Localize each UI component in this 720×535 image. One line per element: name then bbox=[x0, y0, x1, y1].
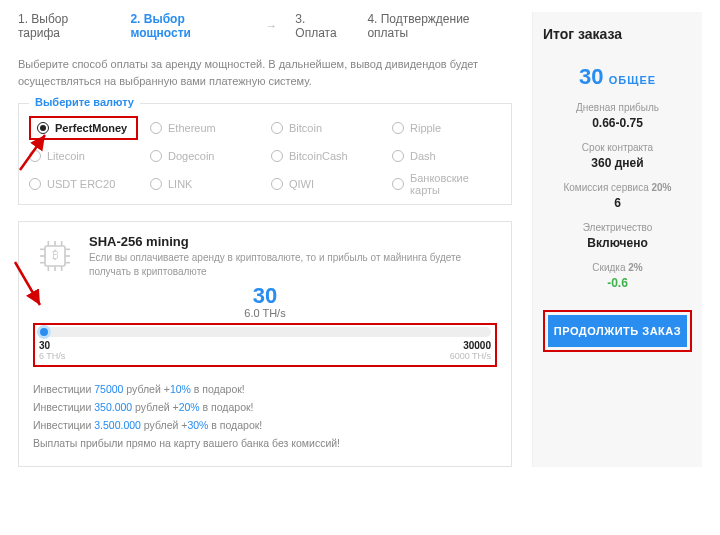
radio-icon bbox=[392, 150, 404, 162]
currency-option-dash[interactable]: Dash bbox=[392, 150, 501, 162]
radio-icon bbox=[271, 150, 283, 162]
currency-option-label: Ethereum bbox=[168, 122, 216, 134]
currency-option-label: LINK bbox=[168, 178, 192, 190]
radio-icon bbox=[392, 122, 404, 134]
currency-option-ethereum[interactable]: Ethereum bbox=[150, 116, 259, 140]
currency-option-label: Dash bbox=[410, 150, 436, 162]
currency-option-bitcoin[interactable]: Bitcoin bbox=[271, 116, 380, 140]
term-label: Срок контракта bbox=[543, 142, 692, 153]
term-value: 360 дней bbox=[543, 156, 692, 170]
slider-thumb-icon[interactable] bbox=[37, 325, 51, 339]
currency-option-label: Ripple bbox=[410, 122, 441, 134]
currency-option-label: Bitcoin bbox=[289, 122, 322, 134]
slider-min-unit: 6 TH/s bbox=[39, 351, 65, 361]
mining-unit: 6.0 TH/s bbox=[33, 307, 497, 319]
mining-title: SHA-256 mining bbox=[89, 234, 497, 249]
slider-max-value: 30000 bbox=[450, 340, 491, 351]
daily-profit-label: Дневная прибыль bbox=[543, 102, 692, 113]
svg-text:₿: ₿ bbox=[52, 248, 59, 261]
step-arrow-icon: → bbox=[265, 19, 277, 33]
power-slider[interactable]: 306 TH/s 300006000 TH/s bbox=[33, 323, 497, 367]
radio-icon bbox=[29, 150, 41, 162]
step-2[interactable]: 2. Выбор мощности bbox=[130, 12, 247, 40]
radio-icon bbox=[392, 178, 404, 190]
currency-option-bitcoincash[interactable]: BitcoinCash bbox=[271, 150, 380, 162]
currency-option-ripple[interactable]: Ripple bbox=[392, 116, 501, 140]
currency-fieldset: Выберите валюту PerfectMoney Ethereum Bi… bbox=[18, 103, 512, 205]
currency-option-qiwi[interactable]: QIWI bbox=[271, 172, 380, 196]
currency-option-label: BitcoinCash bbox=[289, 150, 348, 162]
fee-label: Комиссия сервиса 20% bbox=[543, 182, 692, 193]
electricity-value: Включено bbox=[543, 236, 692, 250]
currency-legend: Выберите валюту bbox=[29, 96, 140, 108]
mining-subtitle: Если вы оплачиваете аренду в криптовалют… bbox=[89, 251, 497, 279]
slider-min-value: 30 bbox=[39, 340, 65, 351]
currency-option-bankcard[interactable]: Банковские карты bbox=[392, 172, 501, 196]
radio-icon bbox=[37, 122, 49, 134]
radio-icon bbox=[150, 122, 162, 134]
chip-icon: ₿ bbox=[33, 234, 77, 278]
summary-total-label: ОБЩЕЕ bbox=[609, 74, 656, 86]
radio-icon bbox=[271, 122, 283, 134]
currency-option-label: Банковские карты bbox=[410, 172, 501, 196]
currency-option-litecoin[interactable]: Litecoin bbox=[29, 150, 138, 162]
order-summary: Итог заказа 30 ОБЩЕЕ Дневная прибыль 0.6… bbox=[532, 12, 702, 467]
step-1[interactable]: 1. Выбор тарифа bbox=[18, 12, 112, 40]
discount-value: -0.6 bbox=[543, 276, 692, 290]
fee-value: 6 bbox=[543, 196, 692, 210]
summary-total-value: 30 bbox=[579, 64, 603, 90]
radio-icon bbox=[150, 178, 162, 190]
currency-option-dogecoin[interactable]: Dogecoin bbox=[150, 150, 259, 162]
currency-option-label: QIWI bbox=[289, 178, 314, 190]
step-3: 3. Оплата bbox=[295, 12, 349, 40]
radio-icon bbox=[150, 150, 162, 162]
bonus-info: Инвестиции 75000 рублей +10% в подарок! … bbox=[33, 381, 497, 452]
currency-option-perfectmoney[interactable]: PerfectMoney bbox=[29, 116, 138, 140]
mining-panel: ₿ SHA-256 mining Если вы оплачиваете аре… bbox=[18, 221, 512, 467]
currency-option-link[interactable]: LINK bbox=[150, 172, 259, 196]
currency-option-label: Litecoin bbox=[47, 150, 85, 162]
currency-option-label: PerfectMoney bbox=[55, 122, 127, 134]
discount-label: Скидка 2% bbox=[543, 262, 692, 273]
currency-option-usdt[interactable]: USDT ERC20 bbox=[29, 172, 138, 196]
electricity-label: Электричество bbox=[543, 222, 692, 233]
mining-value: 30 bbox=[33, 285, 497, 307]
step-4: 4. Подтверждение оплаты bbox=[367, 12, 512, 40]
payment-description: Выберите способ оплаты за аренду мощност… bbox=[18, 56, 512, 89]
daily-profit-value: 0.66-0.75 bbox=[543, 116, 692, 130]
currency-option-label: Dogecoin bbox=[168, 150, 214, 162]
radio-icon bbox=[29, 178, 41, 190]
checkout-steps: 1. Выбор тарифа 2. Выбор мощности → 3. О… bbox=[18, 12, 512, 40]
slider-max-unit: 6000 TH/s bbox=[450, 351, 491, 361]
radio-icon bbox=[271, 178, 283, 190]
currency-option-label: USDT ERC20 bbox=[47, 178, 115, 190]
continue-order-button[interactable]: ПРОДОЛЖИТЬ ЗАКАЗ bbox=[548, 315, 687, 347]
summary-title: Итог заказа bbox=[543, 26, 692, 42]
